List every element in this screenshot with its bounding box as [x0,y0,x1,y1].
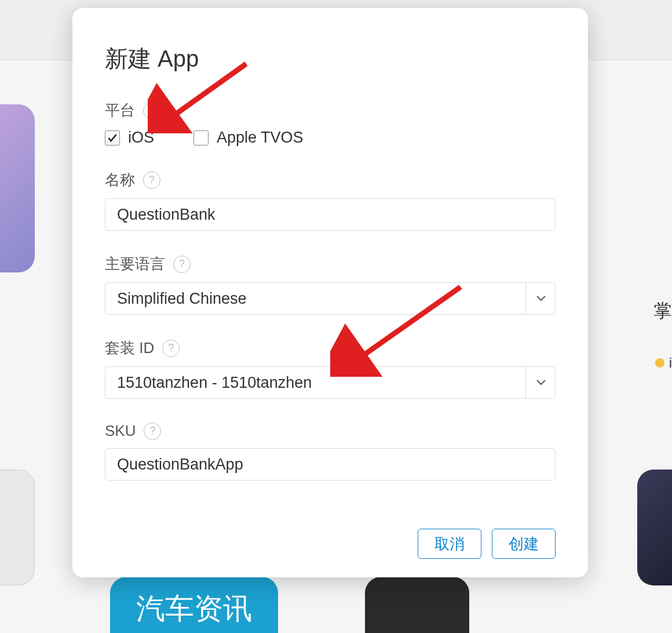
background-status-char: i [669,355,672,371]
language-label: 主要语言 [105,254,165,274]
background-app-tile-left2 [0,470,35,585]
status-dot-icon [655,358,664,368]
name-label: 名称 [105,170,135,190]
background-app-tile-bottom1: 汽车资讯 [110,577,278,633]
background-app-tile-left [0,104,35,272]
sku-group: SKU ? [105,422,556,481]
bundle-id-group: 套装 ID ? 1510tanzhen - 1510tanzhen [105,338,556,399]
help-icon[interactable]: ? [162,340,180,357]
name-group: 名称 ? [105,170,556,231]
modal-title: 新建 App [105,43,556,75]
platform-label: 平台 [105,100,135,121]
help-icon[interactable]: ? [144,423,161,440]
ios-checkbox[interactable] [105,130,120,145]
background-app-tile-right [637,470,672,585]
tvos-checkbox[interactable] [193,130,209,145]
background-app-tile-bottom2 [365,577,469,633]
help-icon[interactable]: ? [143,102,160,119]
cancel-button[interactable]: 取消 [418,529,481,559]
background-text-right: 掌 [653,299,672,324]
create-button[interactable]: 创建 [492,529,556,559]
new-app-modal: 新建 App 平台 ? iOS Apple TVOS 名称 ? [72,8,588,577]
language-group: 主要语言 ? Simplified Chinese [105,254,556,315]
sku-label: SKU [105,422,136,440]
platform-group: 平台 ? iOS Apple TVOS [105,100,556,147]
checkmark-icon [107,132,118,144]
bundle-id-select[interactable]: 1510tanzhen - 1510tanzhen [105,366,556,399]
name-input[interactable] [105,198,556,231]
tvos-checkbox-label: Apple TVOS [217,129,304,147]
sku-input[interactable] [105,448,556,481]
language-select[interactable]: Simplified Chinese [105,282,556,315]
background-status-right: i [655,355,672,371]
help-icon[interactable]: ? [173,256,191,273]
bundle-id-label: 套装 ID [105,338,154,358]
modal-footer: 取消 创建 [105,512,556,559]
help-icon[interactable]: ? [143,172,160,189]
ios-checkbox-label: iOS [128,129,154,147]
